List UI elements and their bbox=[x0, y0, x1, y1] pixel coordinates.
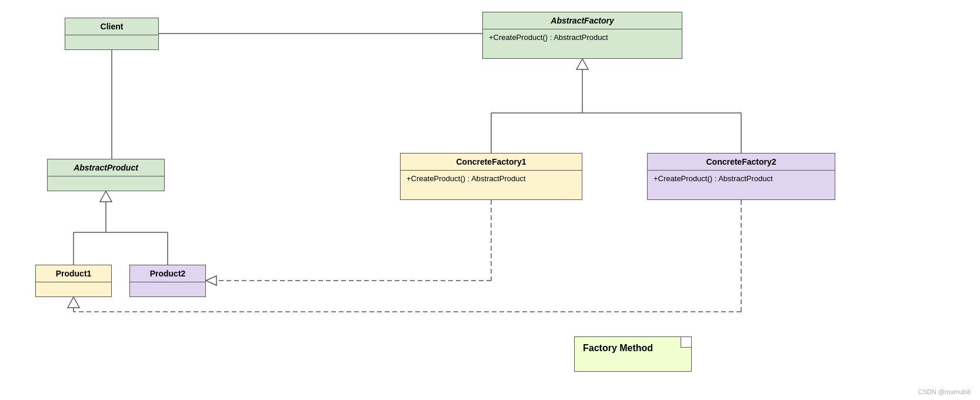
concrete-factory1-title: ConcreteFactory1 bbox=[401, 154, 582, 171]
product1-box: Product1 bbox=[35, 265, 112, 297]
svg-marker-14 bbox=[206, 276, 216, 285]
concrete-factory1-body: +CreateProduct() : AbstractProduct bbox=[401, 171, 582, 186]
watermark: CSDN @mumubili bbox=[918, 388, 971, 395]
svg-marker-18 bbox=[68, 297, 79, 308]
abstract-factory-title: AbstractFactory bbox=[483, 12, 682, 29]
client-title: Client bbox=[65, 18, 158, 35]
product2-title: Product2 bbox=[130, 265, 205, 282]
product1-title: Product1 bbox=[36, 265, 111, 282]
abstract-product-box: AbstractProduct bbox=[47, 159, 165, 191]
factory-method-note: Factory Method bbox=[574, 336, 692, 372]
note-text: Factory Method bbox=[583, 343, 653, 353]
svg-marker-6 bbox=[576, 59, 588, 69]
note-corner bbox=[681, 337, 691, 348]
abstract-product-title: AbstractProduct bbox=[48, 159, 164, 176]
concrete-factory2-body: +CreateProduct() : AbstractProduct bbox=[648, 171, 835, 186]
concrete-factory2-box: ConcreteFactory2 +CreateProduct() : Abst… bbox=[647, 153, 835, 200]
abstract-factory-box: AbstractFactory +CreateProduct() : Abstr… bbox=[482, 12, 682, 59]
concrete-factory1-box: ConcreteFactory1 +CreateProduct() : Abst… bbox=[400, 153, 582, 200]
concrete-factory2-title: ConcreteFactory2 bbox=[648, 154, 835, 171]
client-box: Client bbox=[65, 18, 159, 50]
svg-marker-11 bbox=[100, 191, 112, 202]
diagram-container: Client AbstractFactory +CreateProduct() … bbox=[0, 0, 980, 400]
product2-box: Product2 bbox=[129, 265, 206, 297]
diagram-lines bbox=[0, 0, 980, 400]
abstract-factory-body: +CreateProduct() : AbstractProduct bbox=[483, 29, 682, 45]
